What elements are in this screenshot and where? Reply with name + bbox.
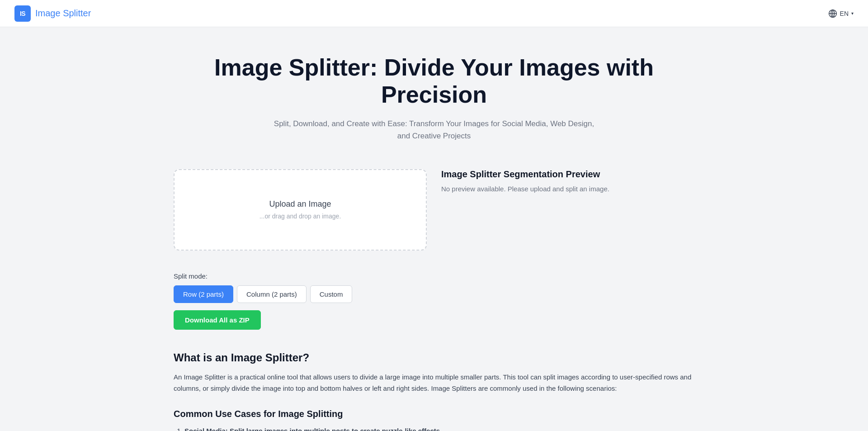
upload-dropzone[interactable]: Upload an Image ...or drag and drop an i…	[174, 169, 427, 251]
hero-title: Image Splitter: Divide Your Images with …	[174, 54, 694, 109]
split-row-button[interactable]: Row (2 parts)	[174, 285, 233, 303]
logo-area: IS Image Splitter	[14, 5, 91, 22]
logo-icon: IS	[14, 5, 31, 22]
hero-subtitle: Split, Download, and Create with Ease: T…	[271, 118, 597, 142]
use-case-bold: Social Media:	[184, 427, 228, 431]
use-cases-title: Common Use Cases for Image Splitting	[174, 409, 694, 419]
hero-section: Image Splitter: Divide Your Images with …	[174, 54, 694, 142]
globe-icon	[828, 9, 837, 18]
split-custom-button[interactable]: Custom	[310, 285, 353, 303]
what-is-title: What is an Image Splitter?	[174, 351, 694, 364]
what-is-body: An Image Splitter is a practical online …	[174, 371, 694, 394]
lang-label: EN	[840, 10, 849, 17]
preview-panel: Image Splitter Segmentation Preview No p…	[441, 169, 694, 251]
info-section: What is an Image Splitter? An Image Spli…	[174, 351, 694, 431]
controls-section: Split mode: Row (2 parts) Column (2 part…	[174, 272, 694, 330]
use-case-text: Split large images into multiple posts t…	[228, 427, 442, 431]
list-item: Social Media: Split large images into mu…	[184, 425, 694, 431]
upload-subtitle: ...or drag and drop an image.	[259, 213, 341, 220]
tool-section: Upload an Image ...or drag and drop an i…	[174, 169, 694, 251]
header: IS Image Splitter EN ▾	[0, 0, 868, 27]
split-column-button[interactable]: Column (2 parts)	[237, 285, 307, 303]
preview-no-preview-text: No preview available. Please upload and …	[441, 185, 694, 193]
chevron-down-icon: ▾	[851, 11, 854, 16]
lang-selector[interactable]: EN ▾	[828, 9, 854, 18]
use-cases-list: Social Media: Split large images into mu…	[174, 425, 694, 431]
download-all-zip-button[interactable]: Download All as ZIP	[174, 310, 261, 330]
split-mode-buttons: Row (2 parts) Column (2 parts) Custom	[174, 285, 694, 303]
upload-title: Upload an Image	[269, 199, 331, 209]
logo-text: Image Splitter	[35, 8, 91, 19]
main-content: Image Splitter: Divide Your Images with …	[163, 27, 705, 431]
preview-title: Image Splitter Segmentation Preview	[441, 169, 694, 180]
split-mode-label: Split mode:	[174, 272, 694, 280]
